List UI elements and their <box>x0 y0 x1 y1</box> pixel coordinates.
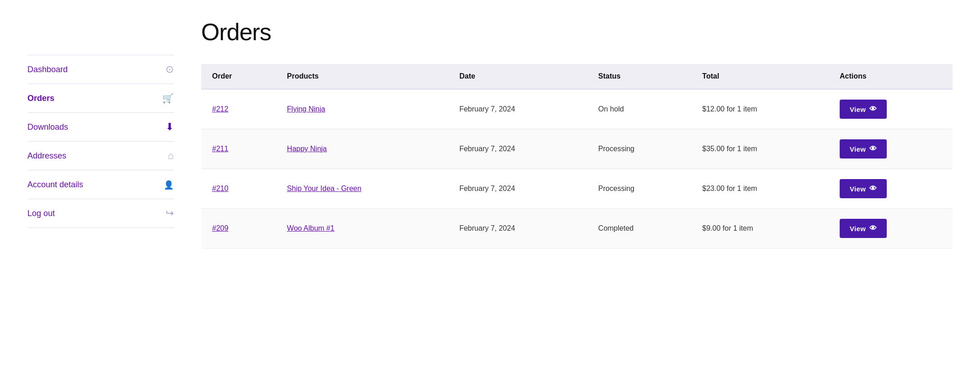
product-cell: Woo Album #1 <box>276 209 448 248</box>
order-number-cell: #210 <box>201 169 276 209</box>
sidebar-item-account-details[interactable]: Account details <box>27 170 174 199</box>
total-cell: $9.00 for 1 item <box>691 209 829 248</box>
product-link[interactable]: Ship Your Idea - Green <box>287 185 362 192</box>
col-header-status: Status <box>587 64 691 89</box>
sidebar-item-dashboard[interactable]: Dashboard <box>27 55 174 84</box>
product-cell: Flying Ninja <box>276 89 448 129</box>
order-number-cell: #209 <box>201 209 276 248</box>
page-title: Orders <box>201 18 953 46</box>
date-cell: February 7, 2024 <box>448 209 587 248</box>
eye-icon: 👁 <box>869 105 877 113</box>
col-header-order: Order <box>201 64 276 89</box>
order-number-cell: #211 <box>201 129 276 169</box>
action-cell: View 👁 <box>829 209 953 248</box>
view-button[interactable]: View 👁 <box>840 139 887 159</box>
view-button[interactable]: View 👁 <box>840 100 887 119</box>
eye-icon: 👁 <box>869 224 877 233</box>
table-header-row: Order Products Date Status Total Actions <box>201 64 953 89</box>
product-link[interactable]: Flying Ninja <box>287 105 325 113</box>
product-link[interactable]: Happy Ninja <box>287 145 327 153</box>
sidebar-item-label: Dashboard <box>27 65 68 74</box>
orders-table: Order Products Date Status Total Actions… <box>201 64 953 248</box>
col-header-date: Date <box>448 64 587 89</box>
sidebar-item-label: Account details <box>27 180 83 190</box>
order-number-cell: #212 <box>201 89 276 129</box>
status-cell: Processing <box>587 169 691 209</box>
order-link[interactable]: #210 <box>212 185 229 192</box>
sidebar-item-label: Log out <box>27 209 55 218</box>
order-link[interactable]: #211 <box>212 145 229 153</box>
table-row: #212 Flying Ninja February 7, 2024 On ho… <box>201 89 953 129</box>
action-cell: View 👁 <box>829 129 953 169</box>
total-cell: $12.00 for 1 item <box>691 89 829 129</box>
date-cell: February 7, 2024 <box>448 129 587 169</box>
sidebar: Dashboard Orders Downloads Addresses Acc… <box>27 18 174 248</box>
product-link[interactable]: Woo Album #1 <box>287 224 335 232</box>
sidebar-item-label: Downloads <box>27 122 68 132</box>
action-cell: View 👁 <box>829 89 953 129</box>
orders-icon <box>162 92 174 104</box>
account-icon <box>164 179 174 190</box>
view-button[interactable]: View 👁 <box>840 219 887 238</box>
action-cell: View 👁 <box>829 169 953 209</box>
product-cell: Ship Your Idea - Green <box>276 169 448 209</box>
main-content: Orders Order Products Date Status Total … <box>201 18 953 248</box>
view-label: View <box>850 185 866 193</box>
addresses-icon <box>168 150 174 162</box>
table-row: #211 Happy Ninja February 7, 2024 Proces… <box>201 129 953 169</box>
eye-icon: 👁 <box>869 145 877 153</box>
status-cell: On hold <box>587 89 691 129</box>
logout-icon <box>165 207 174 219</box>
order-link[interactable]: #212 <box>212 105 229 113</box>
sidebar-item-label: Orders <box>27 94 54 103</box>
col-header-total: Total <box>691 64 829 89</box>
date-cell: February 7, 2024 <box>448 89 587 129</box>
view-button[interactable]: View 👁 <box>840 179 887 198</box>
table-row: #209 Woo Album #1 February 7, 2024 Compl… <box>201 209 953 248</box>
table-row: #210 Ship Your Idea - Green February 7, … <box>201 169 953 209</box>
product-cell: Happy Ninja <box>276 129 448 169</box>
col-header-actions: Actions <box>829 64 953 89</box>
view-label: View <box>850 225 866 233</box>
total-cell: $23.00 for 1 item <box>691 169 829 209</box>
eye-icon: 👁 <box>869 185 877 193</box>
sidebar-item-addresses[interactable]: Addresses <box>27 142 174 170</box>
downloads-icon <box>165 121 174 133</box>
col-header-products: Products <box>276 64 448 89</box>
status-cell: Completed <box>587 209 691 248</box>
dashboard-icon <box>165 63 174 75</box>
view-label: View <box>850 106 866 113</box>
total-cell: $35.00 for 1 item <box>691 129 829 169</box>
sidebar-item-downloads[interactable]: Downloads <box>27 113 174 142</box>
status-cell: Processing <box>587 129 691 169</box>
view-label: View <box>850 145 866 153</box>
order-link[interactable]: #209 <box>212 224 229 232</box>
sidebar-item-orders[interactable]: Orders <box>27 84 174 113</box>
sidebar-item-logout[interactable]: Log out <box>27 199 174 228</box>
sidebar-item-label: Addresses <box>27 151 66 161</box>
date-cell: February 7, 2024 <box>448 169 587 209</box>
